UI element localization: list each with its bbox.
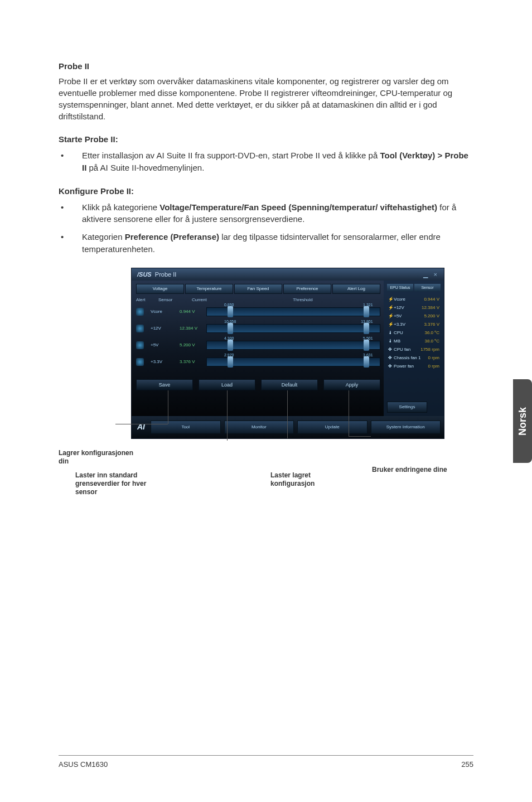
callout-load: Laster inn standard grenseverdier for hv… — [75, 471, 165, 496]
slider-handle-low[interactable] — [228, 356, 233, 368]
thermometer-icon: 🌡 — [388, 330, 394, 335]
monitor-button[interactable]: Monitor — [224, 421, 294, 434]
bolt-icon: ⚡ — [388, 322, 394, 327]
sensor-value: 12.384 V — [180, 326, 206, 331]
status-value: 38.0 ºC — [425, 339, 440, 344]
threshold-slider[interactable]: 4.300 5.501 — [206, 341, 380, 350]
bolt-icon: ⚡ — [388, 297, 394, 302]
status-value: 0 rpm — [428, 364, 439, 369]
tab-voltage[interactable]: Voltage — [136, 284, 184, 294]
footer-page-number: 255 — [461, 760, 473, 769]
status-value: 0 rpm — [428, 355, 439, 360]
default-button[interactable]: Default — [261, 379, 318, 390]
update-button[interactable]: Update — [297, 421, 367, 434]
sensor-row: Vcore 0.944 V 0.850 1.321 — [136, 305, 380, 319]
slider-handle-low[interactable] — [228, 340, 233, 351]
bullet-dot: • — [59, 231, 82, 255]
sensor-value: 3.376 V — [180, 359, 206, 364]
slider-handle-high[interactable] — [364, 306, 369, 317]
text-frag: på AI Suite II-hovedmenylinjen. — [86, 163, 204, 172]
right-tab-sensor[interactable]: Sensor — [414, 284, 441, 292]
slider-handle-high[interactable] — [364, 323, 369, 334]
sensor-row: +5V 5.200 V 4.300 5.501 — [136, 338, 380, 352]
language-tab: Norsk — [513, 379, 532, 463]
close-icon[interactable]: × — [434, 271, 439, 278]
callout-apply: Bruker endringene dine — [372, 466, 461, 474]
status-name: +3.3V — [394, 322, 424, 327]
apply-button[interactable]: Apply — [323, 379, 380, 390]
tab-temperature[interactable]: Temperature — [185, 284, 233, 294]
sensor-name: +3.3V — [151, 359, 180, 364]
status-row: ⚡+3.3V3.376 V — [387, 320, 441, 328]
sensor-name: +12V — [151, 326, 180, 331]
slider-handle-low[interactable] — [228, 306, 233, 317]
status-row: 🌡CPU36.0 ºC — [387, 328, 441, 337]
col-alert: Alert — [136, 297, 158, 302]
status-value: 36.0 ºC — [425, 330, 440, 335]
text-bold: Preference (Preferanse) — [125, 232, 219, 241]
sysinfo-button[interactable]: System Information — [371, 421, 441, 434]
sensor-tabs: Voltage Temperature Fan Speed Preference… — [136, 284, 380, 294]
sensor-name: +5V — [151, 342, 180, 347]
fan-icon: ✤ — [388, 347, 394, 352]
load-button[interactable]: Load — [199, 379, 255, 390]
bullet-dot: • — [59, 149, 82, 174]
slider-handle-high[interactable] — [364, 356, 369, 368]
callout-default: Laster lagret konfigurasjon — [270, 471, 343, 488]
tab-fan-speed[interactable]: Fan Speed — [234, 284, 282, 294]
status-name: Vcore — [394, 297, 424, 302]
text-bold: dringene dine — [403, 466, 447, 474]
alert-checkbox[interactable] — [136, 325, 144, 332]
save-button[interactable]: Save — [136, 379, 193, 390]
window-titlebar: /SUS Probe II ▁ × — [132, 268, 444, 281]
status-row: 🌡MB38.0 ºC — [387, 337, 441, 345]
alert-checkbox[interactable] — [136, 358, 144, 366]
status-value: 3.376 V — [424, 322, 439, 327]
tab-preference[interactable]: Preference — [283, 284, 331, 294]
minimize-icon[interactable]: ▁ — [423, 271, 430, 278]
text-frag: Bruker en — [372, 466, 403, 474]
tab-alert-log[interactable]: Alert Log — [332, 284, 380, 294]
status-row: ✤Chassis fan 10 rpm — [387, 354, 441, 362]
fan-icon: ✤ — [388, 355, 394, 360]
brand-logo-text: /SUS — [137, 271, 152, 278]
status-name: +12V — [394, 305, 422, 310]
sensor-row: +12V 12.384 V 10.058 13.801 — [136, 321, 380, 336]
status-value: 5.200 V — [424, 313, 439, 318]
col-sensor: Sensor — [158, 297, 192, 302]
settings-button[interactable]: Settings — [387, 402, 427, 413]
callout-line — [115, 424, 168, 424]
status-row: ✤CPU fan1758 rpm — [387, 345, 441, 354]
status-row: ✤Power fan0 rpm — [387, 362, 441, 370]
threshold-slider[interactable]: 2.970 3.631 — [206, 357, 380, 366]
status-name: MB — [394, 339, 425, 344]
sensor-name: Vcore — [151, 309, 180, 314]
bullet-dot: • — [59, 201, 82, 226]
sensor-value: 5.200 V — [180, 342, 206, 347]
tool-button[interactable]: Tool — [151, 421, 221, 434]
status-name: CPU — [394, 330, 425, 335]
bullet-start-text: Etter installasjon av AI Suite II fra su… — [82, 149, 473, 174]
footer-model: ASUS CM1630 — [59, 760, 108, 769]
callout-line — [287, 390, 288, 438]
right-tab-status[interactable]: EPU Status — [387, 284, 413, 292]
bullet-pref-text: Kategorien Preference (Preferanse) lar d… — [82, 231, 473, 255]
alert-checkbox[interactable] — [136, 308, 144, 316]
sensor-head-row: Alert Sensor Current Threshold — [136, 296, 380, 305]
bullet-voltage-text: Klikk på kategoriene Voltage/Temperature… — [82, 201, 473, 226]
slider-handle-low[interactable] — [228, 323, 233, 334]
sensor-row: +3.3V 3.376 V 2.970 3.631 — [136, 355, 380, 369]
slider-handle-high[interactable] — [364, 340, 369, 351]
threshold-slider[interactable]: 10.058 13.801 — [206, 324, 380, 333]
callout-line — [168, 390, 168, 424]
status-value: 0.944 V — [424, 297, 439, 302]
text-frag: Kategorien — [82, 232, 125, 241]
status-value: 1758 rpm — [420, 347, 439, 352]
probe-window: /SUS Probe II ▁ × Voltage Temperature Fa… — [131, 268, 444, 439]
alert-checkbox[interactable] — [136, 341, 144, 349]
text-frag: Etter installasjon av AI Suite II fra su… — [82, 151, 380, 160]
section-title-probe: Probe II — [59, 61, 473, 71]
threshold-slider[interactable]: 0.850 1.321 — [206, 307, 380, 316]
sensor-value: 0.944 V — [180, 309, 206, 314]
status-row: ⚡+5V5.200 V — [387, 312, 441, 320]
